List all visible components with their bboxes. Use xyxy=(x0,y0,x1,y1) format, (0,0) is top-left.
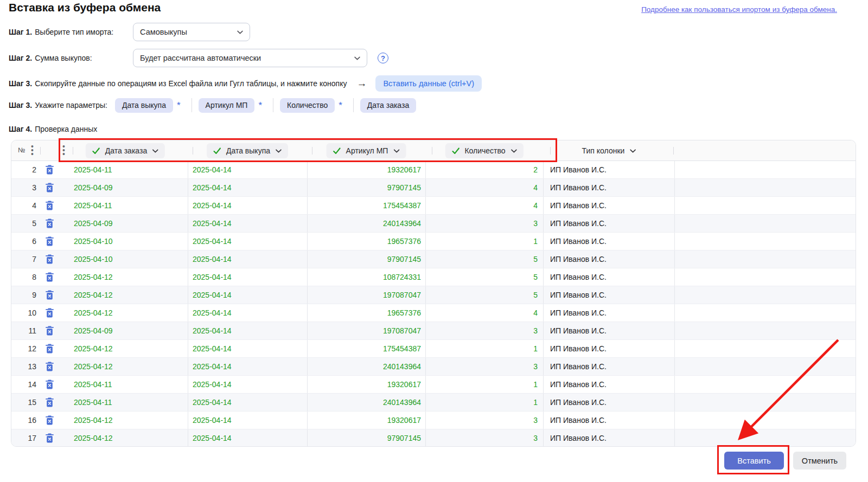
kebab-vertical-icon[interactable]: ••• xyxy=(31,145,34,156)
delete-row-button[interactable] xyxy=(36,197,63,214)
help-link[interactable]: Подробнее как пользоваться ипортом из бу… xyxy=(641,5,837,14)
delete-row-button[interactable] xyxy=(36,376,63,393)
row-number-header: № xyxy=(18,146,25,154)
order-date-cell: 2025-04-12 xyxy=(63,286,188,304)
delete-row-button[interactable] xyxy=(36,358,63,375)
column-header-5[interactable]: Тип колонки xyxy=(576,143,643,158)
trash-x-icon xyxy=(45,415,54,425)
quantity-cell: 3 xyxy=(425,322,543,339)
header-separator xyxy=(550,147,551,155)
quantity-cell: 2 xyxy=(425,161,543,178)
column-type-cell: ИП Иванов И.С. xyxy=(543,340,675,357)
buyout-date-cell: 2025-04-14 xyxy=(188,358,307,375)
row-number: 2 xyxy=(11,161,36,178)
column-header-2[interactable]: Дата выкупа xyxy=(207,143,288,158)
chip-divider xyxy=(192,98,192,112)
column-header-4[interactable]: Количество xyxy=(445,143,523,158)
empty-cell xyxy=(675,358,856,375)
row-number: 8 xyxy=(11,268,36,286)
quantity-cell: 3 xyxy=(425,358,543,375)
chip-divider xyxy=(273,98,273,112)
empty-cell xyxy=(675,429,856,447)
column-type-cell: ИП Иванов И.С. xyxy=(543,161,675,178)
article-cell: 19320617 xyxy=(307,376,425,393)
checkmark-icon xyxy=(213,147,221,155)
step4-label: Шаг 4.Проверка данных xyxy=(9,125,97,133)
delete-row-button[interactable] xyxy=(36,286,63,304)
empty-cell xyxy=(675,179,856,196)
table-row: 13 2025-04-12 2025-04-14 240143964 3 ИП … xyxy=(11,358,856,376)
order-date-cell: 2025-04-12 xyxy=(63,429,188,447)
column-header-3[interactable]: Артикул МП xyxy=(327,143,406,158)
table-row: 4 2025-04-11 2025-04-14 175454387 4 ИП И… xyxy=(11,197,856,215)
step1-label: Шаг 1.Выберите тип иморта: xyxy=(9,28,113,36)
column-type-cell: ИП Иванов И.С. xyxy=(543,233,675,250)
buyout-date-cell: 2025-04-14 xyxy=(188,340,307,357)
empty-cell xyxy=(675,268,856,286)
delete-row-button[interactable] xyxy=(36,179,63,196)
empty-cell xyxy=(675,161,856,178)
trash-x-icon xyxy=(45,201,54,210)
row-number: 7 xyxy=(11,250,36,268)
delete-row-button[interactable] xyxy=(36,394,63,411)
column-type-cell: ИП Иванов И.С. xyxy=(543,304,675,322)
empty-cell xyxy=(675,250,856,268)
table-row: 15 2025-04-11 2025-04-14 240143964 1 ИП … xyxy=(11,394,856,412)
row-number: 4 xyxy=(11,197,36,214)
trash-x-icon xyxy=(45,362,54,371)
header-separator xyxy=(40,147,41,155)
delete-row-button[interactable] xyxy=(36,429,63,447)
table-body: 2 2025-04-11 2025-04-14 19320617 2 ИП Ив… xyxy=(11,161,856,447)
article-cell: 19657376 xyxy=(307,304,425,322)
empty-cell xyxy=(675,412,856,429)
data-preview-table: № ••• ••• Дата заказаДата выкупаАртикул … xyxy=(11,140,856,447)
delete-row-button[interactable] xyxy=(36,304,63,322)
question-circle-icon[interactable]: ? xyxy=(378,53,388,63)
delete-row-button[interactable] xyxy=(36,161,63,178)
empty-cell xyxy=(675,376,856,393)
buyout-sum-select[interactable]: Будет рассчитана автоматически xyxy=(133,49,367,67)
table-row: 16 2025-04-12 2025-04-14 19320617 3 ИП И… xyxy=(11,412,856,429)
step2-label: Шаг 2.Сумма выкупов: xyxy=(9,54,92,62)
delete-row-button[interactable] xyxy=(36,233,63,250)
step1-row: Шаг 1.Выберите тип иморта: Самовыкупы xyxy=(9,23,113,41)
insert-button[interactable]: Вставить xyxy=(724,452,784,470)
delete-row-button[interactable] xyxy=(36,412,63,429)
page-title: Вставка из буфера обмена xyxy=(9,1,161,14)
order-date-cell: 2025-04-09 xyxy=(63,322,188,339)
table-row: 2 2025-04-11 2025-04-14 19320617 2 ИП Ив… xyxy=(11,161,856,179)
trash-x-icon xyxy=(45,433,54,443)
param-chip-2[interactable]: Артикул МП xyxy=(199,98,255,113)
column-header-1[interactable]: Дата заказа xyxy=(86,143,165,158)
column-type-cell: ИП Иванов И.С. xyxy=(543,376,675,393)
column-type-cell: ИП Иванов И.С. xyxy=(543,250,675,268)
header-separator xyxy=(312,147,312,155)
chevron-down-icon xyxy=(237,30,243,34)
delete-row-button[interactable] xyxy=(36,250,63,268)
paste-data-button[interactable]: Вставить данные (ctrl+V) xyxy=(375,75,482,92)
delete-row-button[interactable] xyxy=(36,215,63,232)
cancel-button[interactable]: Отменить xyxy=(793,452,846,470)
delete-row-button[interactable] xyxy=(36,340,63,357)
param-chip-4[interactable]: Дата заказа xyxy=(360,98,416,113)
kebab-vertical-icon[interactable]: ••• xyxy=(62,145,65,156)
delete-row-button[interactable] xyxy=(36,268,63,286)
table-row: 7 2025-04-10 2025-04-14 97907145 5 ИП Ив… xyxy=(11,250,856,268)
param-chip-3[interactable]: Количество xyxy=(280,98,335,113)
order-date-cell: 2025-04-11 xyxy=(63,161,188,178)
trash-x-icon xyxy=(45,236,54,246)
column-type-cell: ИП Иванов И.С. xyxy=(543,215,675,232)
row-number: 13 xyxy=(11,358,36,375)
order-date-cell: 2025-04-11 xyxy=(63,197,188,214)
trash-x-icon xyxy=(45,344,54,354)
param-chip-1[interactable]: Дата выкупа xyxy=(115,98,173,113)
import-type-select[interactable]: Самовыкупы xyxy=(133,23,250,41)
table-row: 12 2025-04-12 2025-04-14 175454387 1 ИП … xyxy=(11,340,856,358)
row-number: 9 xyxy=(11,286,36,304)
quantity-cell: 4 xyxy=(425,179,543,196)
required-asterisk: * xyxy=(258,100,262,111)
order-date-cell: 2025-04-12 xyxy=(63,268,188,286)
order-date-cell: 2025-04-10 xyxy=(63,233,188,250)
buyout-date-cell: 2025-04-14 xyxy=(188,268,307,286)
delete-row-button[interactable] xyxy=(36,322,63,339)
